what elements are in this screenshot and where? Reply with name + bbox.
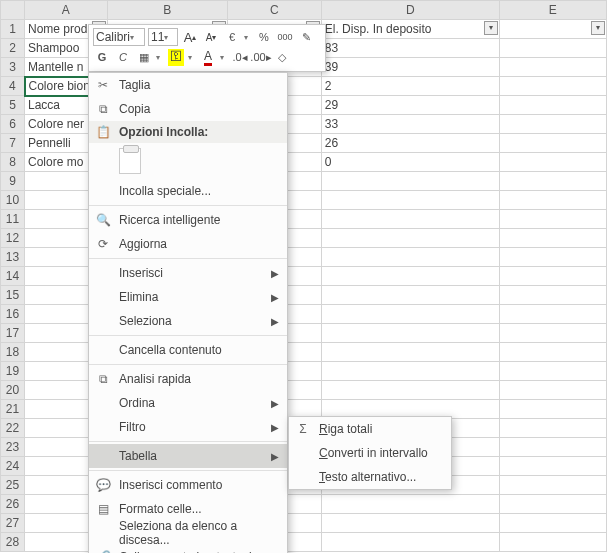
cell-D28[interactable] [321,533,499,552]
row-header-3[interactable]: 3 [1,58,25,77]
cell-E9[interactable] [499,172,606,191]
bold-button[interactable]: G [93,48,111,66]
ctx-copy[interactable]: ⧉Copia [89,97,287,121]
row-header-12[interactable]: 12 [1,229,25,248]
cell-D5[interactable]: 29 [321,96,499,115]
cell-D7[interactable]: 26 [321,134,499,153]
cell-E1[interactable]: ▾ [499,20,606,39]
row-header-19[interactable]: 19 [1,362,25,381]
borders-button[interactable]: ▦ [135,48,153,66]
cell-D11[interactable] [321,210,499,229]
paste-option-default[interactable] [119,148,141,174]
col-header-D[interactable]: D [321,1,499,20]
cell-D1[interactable]: El. Disp. In deposito▾ [321,20,499,39]
row-header-9[interactable]: 9 [1,172,25,191]
clear-format-button[interactable]: ◇ [273,48,291,66]
font-color-button[interactable]: A [199,48,217,66]
row-header-7[interactable]: 7 [1,134,25,153]
row-header-6[interactable]: 6 [1,115,25,134]
cell-E13[interactable] [499,248,606,267]
cell-E17[interactable] [499,324,606,343]
col-header-A[interactable]: A [25,1,108,20]
ctx-insert[interactable]: Inserisci▶ [89,261,287,285]
cell-E12[interactable] [499,229,606,248]
row-header-28[interactable]: 28 [1,533,25,552]
row-header-15[interactable]: 15 [1,286,25,305]
cell-E15[interactable] [499,286,606,305]
cell-E21[interactable] [499,400,606,419]
col-header-B[interactable]: B [107,1,227,20]
row-header-18[interactable]: 18 [1,343,25,362]
cell-D4[interactable]: 2 [321,77,499,96]
row-header-10[interactable]: 10 [1,191,25,210]
thousands-button[interactable]: 000 [276,28,294,46]
ctx-format-cells[interactable]: ▤Formato celle... [89,497,287,521]
row-header-27[interactable]: 27 [1,514,25,533]
cell-E3[interactable] [499,58,606,77]
cell-E28[interactable] [499,533,606,552]
cell-D17[interactable] [321,324,499,343]
row-header-5[interactable]: 5 [1,96,25,115]
filter-button-D[interactable]: ▾ [484,21,498,35]
filter-button-E[interactable]: ▾ [591,21,605,35]
col-header-C[interactable]: C [227,1,321,20]
cell-E18[interactable] [499,343,606,362]
cell-D27[interactable] [321,514,499,533]
row-header-26[interactable]: 26 [1,495,25,514]
cell-E7[interactable] [499,134,606,153]
cell-E24[interactable] [499,457,606,476]
cell-D14[interactable] [321,267,499,286]
ctx-quick-analysis[interactable]: ⧉Analisi rapida [89,367,287,391]
sub-totals-row[interactable]: ΣRiga totali [289,417,451,441]
row-header-20[interactable]: 20 [1,381,25,400]
decrease-decimal-button[interactable]: .0◂ [231,48,249,66]
cell-D26[interactable] [321,495,499,514]
cell-E5[interactable] [499,96,606,115]
currency-button[interactable]: € [223,28,241,46]
font-name-combo[interactable]: Calibri▾ [93,28,145,46]
cell-D9[interactable] [321,172,499,191]
ctx-insert-comment[interactable]: 💬Inserisci commento [89,473,287,497]
sub-alt-text[interactable]: Testo alternativo... [289,465,451,489]
row-header-2[interactable]: 2 [1,39,25,58]
cell-E16[interactable] [499,305,606,324]
cell-E20[interactable] [499,381,606,400]
fill-color-button[interactable]: ⚿ [167,48,185,66]
cell-D20[interactable] [321,381,499,400]
row-header-23[interactable]: 23 [1,438,25,457]
cell-D15[interactable] [321,286,499,305]
italic-button[interactable]: C [114,48,132,66]
cell-E2[interactable] [499,39,606,58]
col-header-E[interactable]: E [499,1,606,20]
cell-D10[interactable] [321,191,499,210]
row-header-22[interactable]: 22 [1,419,25,438]
cell-D19[interactable] [321,362,499,381]
ctx-cut[interactable]: ✂Taglia [89,73,287,97]
percent-button[interactable]: % [255,28,273,46]
ctx-filter[interactable]: Filtro▶ [89,415,287,439]
cell-E4[interactable] [499,77,606,96]
ctx-pick-from-list[interactable]: Seleziona da elenco a discesa... [89,521,287,545]
cell-D18[interactable] [321,343,499,362]
cell-D13[interactable] [321,248,499,267]
cell-E14[interactable] [499,267,606,286]
cell-E26[interactable] [499,495,606,514]
row-header-14[interactable]: 14 [1,267,25,286]
increase-font-button[interactable]: A▴ [181,28,199,46]
increase-decimal-button[interactable]: .00▸ [252,48,270,66]
font-size-combo[interactable]: 11▾ [148,28,178,46]
cell-E11[interactable] [499,210,606,229]
ctx-hyperlink[interactable]: 🔗Collegamento ipertestuale... [89,545,287,553]
cell-E19[interactable] [499,362,606,381]
ctx-smart-lookup[interactable]: 🔍Ricerca intelligente [89,208,287,232]
sub-convert-range[interactable]: Converti in intervallo [289,441,451,465]
ctx-delete[interactable]: Elimina▶ [89,285,287,309]
row-header-1[interactable]: 1 [1,20,25,39]
row-header-4[interactable]: 4 [1,77,25,96]
select-all-corner[interactable] [1,1,25,20]
cell-D8[interactable]: 0 [321,153,499,172]
cell-E27[interactable] [499,514,606,533]
cell-D16[interactable] [321,305,499,324]
ctx-clear[interactable]: Cancella contenuto [89,338,287,362]
row-header-21[interactable]: 21 [1,400,25,419]
